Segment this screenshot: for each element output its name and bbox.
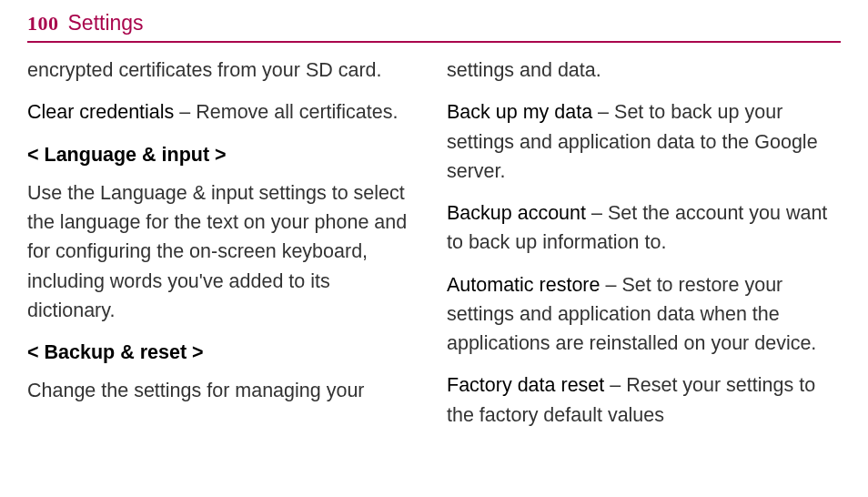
setting-item: Back up my data – Set to back up your se… [447,97,841,186]
setting-item: Backup account – Set the account you wan… [447,198,841,258]
body-text: settings and data. [447,56,841,85]
page-header: 100 Settings [27,11,841,43]
page-number: 100 [27,12,59,36]
content-columns: encrypted certificates from your SD card… [27,56,841,442]
setting-term: Clear credentials [27,101,174,123]
setting-item: Clear credentials – Remove all certifica… [27,97,421,127]
body-text: Use the Language & input settings to sel… [27,178,421,325]
right-column: settings and data. Back up my data – Set… [447,56,841,442]
setting-term: Backup account [447,202,586,224]
manual-page: 100 Settings encrypted certificates from… [0,0,868,461]
setting-item: Automatic restore – Set to restore your … [447,270,841,359]
left-column: encrypted certificates from your SD card… [27,56,421,442]
setting-term: Back up my data [447,101,592,123]
setting-desc: – Remove all certificates. [174,101,398,123]
page-title: Settings [68,11,144,36]
body-text: encrypted certificates from your SD card… [27,56,421,85]
setting-item: Factory data reset – Reset your settings… [447,370,841,430]
section-heading: < Language & input > [27,140,421,169]
setting-term: Factory data reset [447,374,604,396]
setting-term: Automatic restore [447,274,600,296]
body-text: Change the settings for managing your [27,376,421,405]
section-heading: < Backup & reset > [27,338,421,367]
